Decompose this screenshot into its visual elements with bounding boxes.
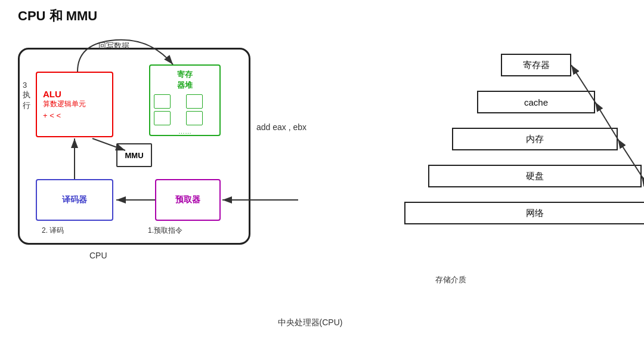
mem-level-disk: 硬盘 bbox=[428, 165, 642, 187]
prefetch-label: 1.预取指令 bbox=[148, 226, 182, 236]
page-title: CPU 和 MMU bbox=[18, 7, 97, 25]
decoder-label: 2. 译码 bbox=[42, 226, 64, 236]
reg-cell-4 bbox=[186, 111, 203, 125]
storage-label: 存储介质 bbox=[435, 275, 466, 285]
writeback-label: 回写数据 bbox=[98, 41, 129, 51]
mmu-box: MMU bbox=[116, 143, 152, 167]
decoder-box: 译码器 bbox=[36, 179, 113, 221]
step3-label: 3 执 行 bbox=[23, 81, 30, 111]
reg-cell-2 bbox=[186, 94, 203, 109]
instruction-label: add eax , ebx bbox=[256, 122, 306, 132]
alu-subtitle: 算数逻辑单元 bbox=[43, 99, 86, 109]
mem-level-ram: 内存 bbox=[452, 128, 618, 150]
cpu-label: CPU bbox=[89, 251, 107, 260]
alu-ops: + < < bbox=[43, 111, 61, 120]
prefetch-box: 预取器 bbox=[155, 179, 221, 221]
reg-cell-3 bbox=[154, 111, 171, 125]
register-dots: …… bbox=[154, 128, 216, 135]
alu-box: ALU 算数逻辑单元 + < < bbox=[36, 72, 113, 137]
register-grid bbox=[154, 94, 216, 125]
reg-cell-1 bbox=[154, 94, 171, 109]
register-title: 寄存 器堆 bbox=[154, 69, 216, 91]
bottom-label: 中央处理器(CPU) bbox=[250, 318, 370, 328]
alu-title: ALU bbox=[43, 89, 61, 99]
mem-level-register: 寄存器 bbox=[501, 54, 571, 76]
mem-level-network: 网络 bbox=[404, 202, 644, 224]
mem-level-cache: cache bbox=[477, 91, 595, 113]
register-box: 寄存 器堆 …… bbox=[149, 64, 221, 136]
